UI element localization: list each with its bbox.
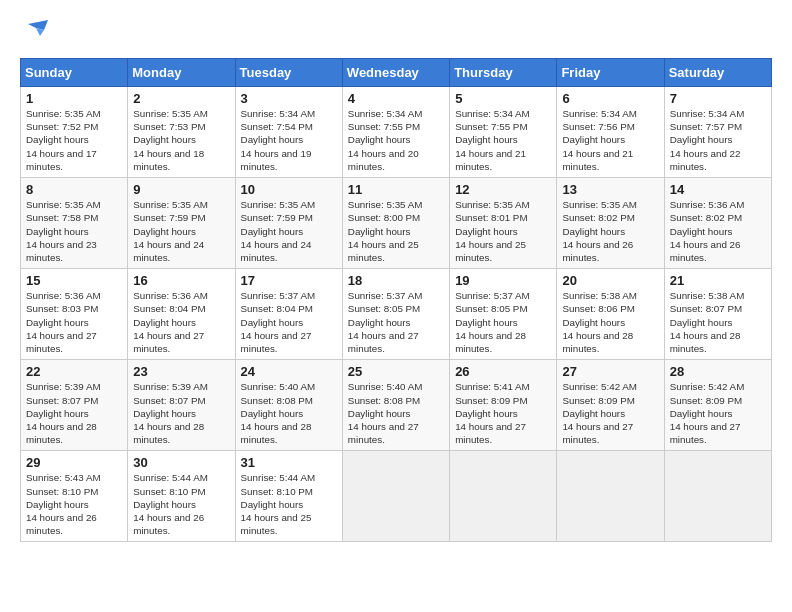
day-info: Sunrise: 5:37 AMSunset: 8:04 PMDaylight … [241, 290, 316, 354]
table-row: 10 Sunrise: 5:35 AMSunset: 7:59 PMDaylig… [235, 178, 342, 269]
day-number: 31 [241, 455, 337, 470]
calendar-week-row: 1 Sunrise: 5:35 AMSunset: 7:52 PMDayligh… [21, 87, 772, 178]
day-info: Sunrise: 5:34 AMSunset: 7:56 PMDaylight … [562, 108, 637, 172]
table-row: 22 Sunrise: 5:39 AMSunset: 8:07 PMDaylig… [21, 360, 128, 451]
day-info: Sunrise: 5:35 AMSunset: 7:59 PMDaylight … [133, 199, 208, 263]
table-row: 2 Sunrise: 5:35 AMSunset: 7:53 PMDayligh… [128, 87, 235, 178]
header-tuesday: Tuesday [235, 59, 342, 87]
calendar-week-row: 22 Sunrise: 5:39 AMSunset: 8:07 PMDaylig… [21, 360, 772, 451]
day-number: 19 [455, 273, 551, 288]
table-row: 14 Sunrise: 5:36 AMSunset: 8:02 PMDaylig… [664, 178, 771, 269]
day-info: Sunrise: 5:42 AMSunset: 8:09 PMDaylight … [562, 381, 637, 445]
day-info: Sunrise: 5:35 AMSunset: 7:59 PMDaylight … [241, 199, 316, 263]
table-row: 27 Sunrise: 5:42 AMSunset: 8:09 PMDaylig… [557, 360, 664, 451]
table-row: 13 Sunrise: 5:35 AMSunset: 8:02 PMDaylig… [557, 178, 664, 269]
header-thursday: Thursday [450, 59, 557, 87]
day-number: 27 [562, 364, 658, 379]
table-row: 28 Sunrise: 5:42 AMSunset: 8:09 PMDaylig… [664, 360, 771, 451]
calendar-header-row: Sunday Monday Tuesday Wednesday Thursday… [21, 59, 772, 87]
header-wednesday: Wednesday [342, 59, 449, 87]
table-row [450, 451, 557, 542]
day-info: Sunrise: 5:34 AMSunset: 7:54 PMDaylight … [241, 108, 316, 172]
day-info: Sunrise: 5:44 AMSunset: 8:10 PMDaylight … [133, 472, 208, 536]
day-number: 8 [26, 182, 122, 197]
day-number: 28 [670, 364, 766, 379]
table-row: 24 Sunrise: 5:40 AMSunset: 8:08 PMDaylig… [235, 360, 342, 451]
table-row: 16 Sunrise: 5:36 AMSunset: 8:04 PMDaylig… [128, 269, 235, 360]
day-number: 9 [133, 182, 229, 197]
day-number: 1 [26, 91, 122, 106]
day-info: Sunrise: 5:38 AMSunset: 8:06 PMDaylight … [562, 290, 637, 354]
day-number: 10 [241, 182, 337, 197]
day-number: 30 [133, 455, 229, 470]
day-number: 15 [26, 273, 122, 288]
table-row [557, 451, 664, 542]
day-number: 12 [455, 182, 551, 197]
day-info: Sunrise: 5:36 AMSunset: 8:03 PMDaylight … [26, 290, 101, 354]
day-info: Sunrise: 5:39 AMSunset: 8:07 PMDaylight … [133, 381, 208, 445]
day-info: Sunrise: 5:36 AMSunset: 8:04 PMDaylight … [133, 290, 208, 354]
header-sunday: Sunday [21, 59, 128, 87]
day-info: Sunrise: 5:41 AMSunset: 8:09 PMDaylight … [455, 381, 530, 445]
header [20, 16, 772, 48]
calendar-week-row: 15 Sunrise: 5:36 AMSunset: 8:03 PMDaylig… [21, 269, 772, 360]
day-number: 21 [670, 273, 766, 288]
day-number: 3 [241, 91, 337, 106]
day-info: Sunrise: 5:38 AMSunset: 8:07 PMDaylight … [670, 290, 745, 354]
header-friday: Friday [557, 59, 664, 87]
day-number: 13 [562, 182, 658, 197]
day-number: 23 [133, 364, 229, 379]
table-row: 8 Sunrise: 5:35 AMSunset: 7:58 PMDayligh… [21, 178, 128, 269]
day-info: Sunrise: 5:34 AMSunset: 7:57 PMDaylight … [670, 108, 745, 172]
day-info: Sunrise: 5:35 AMSunset: 7:58 PMDaylight … [26, 199, 101, 263]
day-number: 5 [455, 91, 551, 106]
day-number: 4 [348, 91, 444, 106]
table-row: 31 Sunrise: 5:44 AMSunset: 8:10 PMDaylig… [235, 451, 342, 542]
calendar-week-row: 8 Sunrise: 5:35 AMSunset: 7:58 PMDayligh… [21, 178, 772, 269]
table-row: 29 Sunrise: 5:43 AMSunset: 8:10 PMDaylig… [21, 451, 128, 542]
day-info: Sunrise: 5:43 AMSunset: 8:10 PMDaylight … [26, 472, 101, 536]
day-number: 7 [670, 91, 766, 106]
header-monday: Monday [128, 59, 235, 87]
table-row: 21 Sunrise: 5:38 AMSunset: 8:07 PMDaylig… [664, 269, 771, 360]
day-number: 24 [241, 364, 337, 379]
day-number: 16 [133, 273, 229, 288]
day-number: 17 [241, 273, 337, 288]
day-number: 20 [562, 273, 658, 288]
day-info: Sunrise: 5:35 AMSunset: 7:52 PMDaylight … [26, 108, 101, 172]
day-info: Sunrise: 5:34 AMSunset: 7:55 PMDaylight … [348, 108, 423, 172]
table-row: 15 Sunrise: 5:36 AMSunset: 8:03 PMDaylig… [21, 269, 128, 360]
table-row: 1 Sunrise: 5:35 AMSunset: 7:52 PMDayligh… [21, 87, 128, 178]
table-row [664, 451, 771, 542]
calendar-table: Sunday Monday Tuesday Wednesday Thursday… [20, 58, 772, 542]
day-info: Sunrise: 5:39 AMSunset: 8:07 PMDaylight … [26, 381, 101, 445]
day-number: 2 [133, 91, 229, 106]
day-number: 22 [26, 364, 122, 379]
table-row: 11 Sunrise: 5:35 AMSunset: 8:00 PMDaylig… [342, 178, 449, 269]
table-row: 7 Sunrise: 5:34 AMSunset: 7:57 PMDayligh… [664, 87, 771, 178]
table-row: 25 Sunrise: 5:40 AMSunset: 8:08 PMDaylig… [342, 360, 449, 451]
day-number: 18 [348, 273, 444, 288]
day-info: Sunrise: 5:35 AMSunset: 8:01 PMDaylight … [455, 199, 530, 263]
table-row: 9 Sunrise: 5:35 AMSunset: 7:59 PMDayligh… [128, 178, 235, 269]
day-number: 25 [348, 364, 444, 379]
day-info: Sunrise: 5:40 AMSunset: 8:08 PMDaylight … [348, 381, 423, 445]
day-info: Sunrise: 5:35 AMSunset: 8:02 PMDaylight … [562, 199, 637, 263]
logo-icon [20, 16, 52, 48]
day-info: Sunrise: 5:42 AMSunset: 8:09 PMDaylight … [670, 381, 745, 445]
day-info: Sunrise: 5:37 AMSunset: 8:05 PMDaylight … [348, 290, 423, 354]
day-info: Sunrise: 5:36 AMSunset: 8:02 PMDaylight … [670, 199, 745, 263]
day-info: Sunrise: 5:44 AMSunset: 8:10 PMDaylight … [241, 472, 316, 536]
day-number: 29 [26, 455, 122, 470]
day-number: 11 [348, 182, 444, 197]
day-info: Sunrise: 5:35 AMSunset: 8:00 PMDaylight … [348, 199, 423, 263]
table-row: 17 Sunrise: 5:37 AMSunset: 8:04 PMDaylig… [235, 269, 342, 360]
table-row: 5 Sunrise: 5:34 AMSunset: 7:55 PMDayligh… [450, 87, 557, 178]
day-info: Sunrise: 5:40 AMSunset: 8:08 PMDaylight … [241, 381, 316, 445]
table-row: 23 Sunrise: 5:39 AMSunset: 8:07 PMDaylig… [128, 360, 235, 451]
day-number: 26 [455, 364, 551, 379]
day-info: Sunrise: 5:35 AMSunset: 7:53 PMDaylight … [133, 108, 208, 172]
day-info: Sunrise: 5:37 AMSunset: 8:05 PMDaylight … [455, 290, 530, 354]
table-row: 20 Sunrise: 5:38 AMSunset: 8:06 PMDaylig… [557, 269, 664, 360]
table-row: 4 Sunrise: 5:34 AMSunset: 7:55 PMDayligh… [342, 87, 449, 178]
